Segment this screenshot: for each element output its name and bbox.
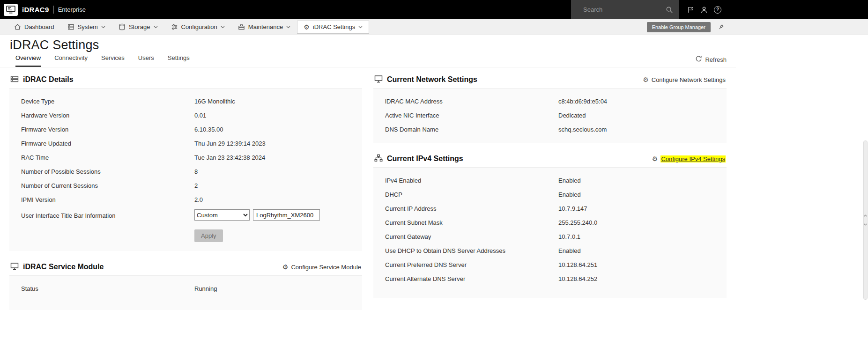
help-icon[interactable]: ?	[714, 6, 721, 14]
tab-bar: Overview Connectivity Services Users Set…	[0, 54, 736, 67]
detail-row: DNS Domain Name schq.secious.com	[373, 122, 727, 136]
row-value: Running	[194, 285, 357, 292]
row-value: schq.secious.com	[558, 126, 722, 133]
nav-item-storage[interactable]: Storage	[112, 21, 164, 34]
row-label: Current Gateway	[385, 233, 558, 240]
search-icon[interactable]	[666, 6, 673, 14]
idrac-details-rows: Device Type 16G Monolithic Hardware Vers…	[9, 94, 362, 206]
title-bar-text-input[interactable]	[253, 209, 320, 221]
detail-row: iDRAC MAC Address c8:4b:d6:9d:e5:04	[373, 94, 727, 108]
configure-network-settings-link[interactable]: ⚙ Configure Network Settings	[643, 76, 726, 83]
configure-ipv4-settings-link[interactable]: ⚙ Configure IPv4 Settings	[652, 155, 726, 162]
detail-row: Active NIC Interface Dedicated	[373, 108, 727, 122]
row-label: Device Type	[21, 98, 194, 105]
row-label: Number of Current Sessions	[21, 182, 194, 189]
ipv4-settings-header: Current IPv4 Settings ⚙ Configure IPv4 S…	[373, 150, 727, 167]
gear-icon: ⚙	[282, 264, 289, 270]
network-settings-header: Current Network Settings ⚙ Configure Net…	[373, 71, 727, 88]
configure-network-settings-label: Configure Network Settings	[652, 76, 726, 83]
tab-users[interactable]: Users	[138, 54, 154, 67]
server-monitor-icon	[6, 6, 15, 14]
nav-label: Configuration	[181, 23, 217, 30]
row-label: Current Preferred DNS Server	[385, 261, 558, 268]
row-label: iDRAC MAC Address	[385, 98, 558, 105]
gear-icon: ⚙	[652, 155, 658, 162]
refresh-icon	[695, 55, 702, 64]
pin-icon[interactable]	[718, 23, 725, 30]
row-value: 2.0	[194, 196, 357, 203]
service-module-body: Status Running	[9, 275, 362, 310]
right-column: Current Network Settings ⚙ Configure Net…	[373, 71, 727, 298]
nav-item-idrac-settings[interactable]: ⚙ iDRAC Settings	[297, 21, 369, 34]
row-value: 16G Monolithic	[194, 98, 357, 105]
brand-name: iDRAC9	[22, 6, 49, 14]
gear-icon: ⚙	[643, 76, 649, 83]
row-value: 2	[194, 182, 357, 189]
row-value: Tue Jan 23 23:42:38 2024	[194, 154, 357, 161]
detail-row: Status Running	[9, 281, 362, 295]
server-icon	[67, 23, 74, 30]
row-label: IPMI Version	[21, 196, 194, 203]
row-label: DNS Domain Name	[385, 126, 558, 133]
nav-item-configuration[interactable]: Configuration	[164, 21, 231, 34]
detail-row: Number of Possible Sessions 8	[9, 164, 362, 178]
ipv4-settings-rows: IPv4 Enabled Enabled DHCP Enabled Curren…	[373, 173, 727, 286]
row-label: Current Subnet Mask	[385, 219, 558, 226]
nav-item-dashboard[interactable]: Dashboard	[7, 21, 61, 34]
tab-overview[interactable]: Overview	[15, 54, 41, 67]
enable-group-manager-button[interactable]: Enable Group Manager	[647, 22, 711, 32]
nav-label: Maintenance	[248, 23, 283, 30]
row-value: 10.128.64.251	[558, 261, 722, 268]
nav-label: iDRAC Settings	[313, 23, 355, 30]
row-value: 0.01	[194, 112, 357, 119]
detail-row: IPMI Version 2.0	[9, 192, 362, 206]
section-title: iDRAC Details	[23, 75, 74, 84]
nav-item-maintenance[interactable]: Maintenance	[231, 21, 297, 34]
detail-row: Current Gateway 10.7.0.1	[373, 229, 727, 243]
detail-row: Hardware Version 0.01	[9, 108, 362, 122]
detail-row: Use DHCP to Obtain DNS Server Addresses …	[373, 243, 727, 258]
brand-edition: Enterprise	[58, 6, 86, 13]
nav-label: Storage	[129, 23, 150, 30]
search-input[interactable]	[583, 6, 666, 13]
storage-icon	[119, 23, 126, 30]
chevron-down-icon	[358, 26, 363, 29]
detail-row: DHCP Enabled	[373, 187, 727, 201]
row-value: 10.7.0.1	[558, 233, 722, 240]
detail-row: Current IP Address 10.7.9.147	[373, 201, 727, 215]
scroll-up-icon[interactable]	[864, 214, 867, 217]
flag-icon[interactable]	[687, 6, 694, 14]
service-module-rows: Status Running	[9, 281, 362, 295]
row-value: Enabled	[558, 191, 722, 198]
gear-icon: ⚙	[304, 24, 310, 30]
brand-divider	[53, 6, 54, 14]
configure-service-module-link[interactable]: ⚙ Configure Service Module	[282, 264, 361, 271]
user-icon[interactable]	[700, 6, 708, 14]
tab-connectivity[interactable]: Connectivity	[54, 54, 88, 67]
detail-row: Device Type 16G Monolithic	[9, 94, 362, 108]
main-content: iDRAC Settings Overview Connectivity Ser…	[0, 38, 736, 310]
row-value: Dedicated	[558, 112, 722, 119]
tab-settings[interactable]: Settings	[168, 54, 190, 67]
nav-item-system[interactable]: System	[61, 21, 112, 34]
ipv4-settings-body: IPv4 Enabled Enabled DHCP Enabled Curren…	[373, 167, 727, 298]
refresh-button[interactable]: Refresh	[695, 55, 727, 64]
main-nav: Dashboard System Storage	[0, 19, 868, 35]
search-box[interactable]	[571, 0, 679, 19]
sitemap-icon	[374, 154, 383, 164]
network-settings-body: iDRAC MAC Address c8:4b:d6:9d:e5:04 Acti…	[373, 88, 727, 143]
title-bar-info-row: User Interface Title Bar Information Cus…	[9, 206, 362, 223]
tab-services[interactable]: Services	[101, 54, 125, 67]
row-label: Active NIC Interface	[385, 112, 558, 119]
section-title: iDRAC Service Module	[23, 263, 104, 271]
row-label: Firmware Updated	[21, 140, 194, 147]
scroll-down-icon[interactable]	[864, 223, 867, 226]
row-value: 6.10.35.00	[194, 126, 357, 133]
home-icon	[14, 23, 21, 30]
title-bar-mode-select[interactable]: Custom	[194, 209, 250, 221]
row-label: User Interface Title Bar Information	[21, 211, 194, 219]
detail-row: Current Subnet Mask 255.255.240.0	[373, 215, 727, 229]
scrollbar[interactable]	[863, 140, 868, 300]
content-columns: iDRAC Details Device Type 16G Monolithic…	[9, 71, 736, 310]
apply-button[interactable]: Apply	[194, 229, 223, 242]
